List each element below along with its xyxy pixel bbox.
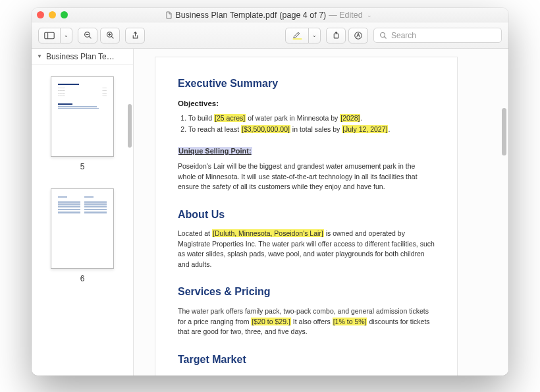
search-placeholder: Search [391,31,416,40]
highlight-segment: ⌄ [285,28,321,43]
sidebar-toggle-button[interactable] [38,28,61,43]
chevron-down-icon[interactable]: ⌄ [367,12,372,18]
search-input[interactable]: Search [373,28,502,43]
thumbnail-page-5[interactable]: ──────── ──────── ──────── ──────── [51,76,114,157]
thumbnail-list[interactable]: ──────── ──────── ──────── ──────── 5 [32,65,133,376]
markup-icon [354,31,363,40]
chevron-down-icon: ⌄ [312,32,317,38]
view-segment: ⌄ [38,28,72,43]
heading-about: About Us [178,207,435,223]
usp-label: Unique Selling Point: [178,147,252,155]
window-controls [37,11,68,18]
usp-paragraph: Poseidon's Lair will be the biggest and … [178,161,435,192]
close-window-button[interactable] [37,11,44,18]
pdf-page: Executive Summary Objectives: To build [… [155,57,458,376]
zoom-group [78,28,120,43]
document-icon [165,11,173,19]
zoom-out-icon [84,31,92,40]
svg-line-3 [89,36,91,38]
objectives-list: To build [25 acres] of water park in Min… [178,113,435,135]
highlight-span[interactable]: [1% to 5%] [333,318,367,325]
highlight-icon [292,31,302,40]
thumbnail-page-6[interactable] [51,188,114,269]
view-dropdown-button[interactable]: ⌄ [61,28,72,43]
sidebar-title: Business Plan Te… [46,52,115,61]
heading-exec-summary: Executive Summary [178,76,435,92]
share-button[interactable] [125,28,145,43]
thumbnail-sidebar: ▼ Business Plan Te… ──────── ──────── ──… [32,49,134,376]
disclosure-triangle-icon[interactable]: ▼ [37,53,42,59]
objective-2: To reach at least [$3,500,000.00] in tot… [188,125,435,135]
window-body: ▼ Business Plan Te… ──────── ──────── ──… [32,49,508,376]
highlight-button[interactable] [285,28,309,43]
svg-rect-9 [334,34,338,38]
share-icon [131,31,140,40]
preview-window: Business Plan Template.pdf (page 4 of 7)… [32,8,508,376]
zoom-in-button[interactable] [100,28,120,43]
thumbnail-label-6: 6 [42,274,122,283]
titlebar[interactable]: Business Plan Template.pdf (page 4 of 7)… [32,8,508,22]
svg-line-12 [385,36,387,38]
zoom-in-icon [106,31,115,40]
title-center: Business Plan Template.pdf (page 4 of 7)… [68,11,469,20]
edited-indicator[interactable]: — Edited [329,11,362,20]
heading-services: Services & Pricing [178,284,435,300]
toolbar: ⌄ ⌄ [32,22,508,49]
rotate-button[interactable] [326,28,346,43]
highlight-span[interactable]: [$20 to $29.] [251,318,290,325]
objective-1: To build [25 acres] of water park in Min… [188,113,435,124]
zoom-window-button[interactable] [61,11,68,18]
window-title: Business Plan Template.pdf [175,11,277,20]
thumbnail-label-5: 5 [42,162,122,171]
svg-rect-0 [45,32,54,39]
highlight-span[interactable]: [2028] [340,114,360,122]
highlight-span[interactable]: [25 acres] [214,114,246,122]
minimize-window-button[interactable] [49,11,56,18]
svg-point-11 [381,32,385,37]
markup-group [326,28,368,43]
markup-button[interactable] [348,28,368,43]
main-scrollbar-thumb[interactable] [502,108,506,155]
heading-target-market: Target Market [178,352,435,368]
objectives-label: Objectives: [178,98,435,109]
search-icon [379,32,387,40]
sidebar-scrollbar-thumb[interactable] [128,104,132,148]
highlight-dropdown-button[interactable]: ⌄ [309,28,321,43]
page-viewport[interactable]: Executive Summary Objectives: To build [… [134,49,508,376]
rotate-icon [332,31,340,40]
sidebar-header[interactable]: ▼ Business Plan Te… [32,49,133,65]
highlight-span[interactable]: [July 12, 2027] [342,125,388,133]
chevron-down-icon: ⌄ [64,32,68,38]
sidebar-toggle-icon [44,32,55,40]
services-paragraph: The water park offers family pack, two-p… [178,306,435,337]
zoom-out-button[interactable] [78,28,97,43]
window-title-page: (page 4 of 7) [279,11,326,20]
about-paragraph: Located at [Duluth, Minnesota, Poseidon'… [178,229,435,269]
svg-line-6 [111,36,113,38]
highlight-span[interactable]: [Duluth, Minnesota, Poseidon's Lair] [212,229,324,237]
highlight-span[interactable]: [$3,500,000.00] [241,125,290,133]
